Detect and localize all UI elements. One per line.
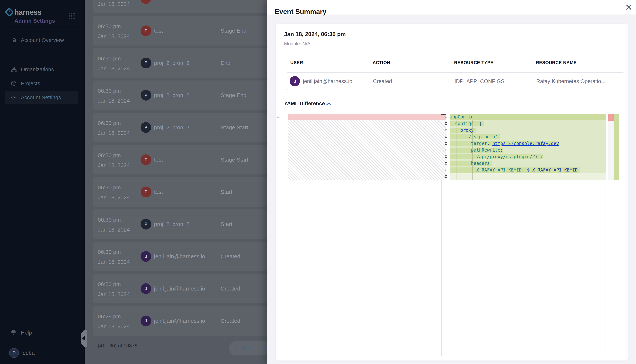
row-avatar: T <box>141 0 151 4</box>
audit-row[interactable]: 06:30 pmJan 18, 2024Pproj_2_cron_2Start <box>93 210 278 239</box>
row-time: 06:30 pm <box>98 152 121 158</box>
diff-line-marker <box>445 116 447 118</box>
row-date: Jan 18, 2024 <box>98 226 130 233</box>
audit-row[interactable]: 06:30 pmJan 18, 2024Pproj_2_cron_2Stage … <box>93 80 278 110</box>
row-date: Jan 18, 2024 <box>98 259 130 265</box>
cell-resource-type: IDP_APP_CONFIGS <box>455 78 505 84</box>
drawer-header: Event Summary <box>267 0 636 15</box>
row-time: 06:30 pm <box>98 281 121 288</box>
prev-page-button[interactable]: ← Prev <box>234 345 251 351</box>
module-subtitle: Admin Settings <box>14 18 55 24</box>
audit-row[interactable]: Jan 18, 2024TtestEnd <box>93 0 278 13</box>
audit-row[interactable]: 06:30 pmJan 18, 2024TtestStart <box>93 177 278 207</box>
row-avatar: J <box>141 283 151 294</box>
diff-line-marker <box>445 129 447 131</box>
drawer-title: Event Summary <box>275 8 326 16</box>
row-action: Start <box>221 221 232 228</box>
sidebar-bottom-divider <box>5 323 78 323</box>
diff-line-marker <box>445 162 447 164</box>
diff-line-marker <box>277 116 279 118</box>
harness-logo-icon <box>5 8 13 16</box>
help-chat-icon: ? <box>11 330 17 336</box>
indent-guide <box>472 120 473 180</box>
row-date: Jan 18, 2024 <box>98 130 130 136</box>
diff-added-line: proxy: <box>450 127 605 134</box>
row-user: jenil.jain@harness.io <box>154 253 205 260</box>
diff-left-ruler-marker <box>441 114 446 115</box>
col-header-resource-type: RESOURCE TYPE <box>454 60 493 65</box>
diff-line-marker <box>445 156 447 158</box>
row-time: 06:30 pm <box>98 23 121 30</box>
sidebar-item-account-settings[interactable]: Account Settings <box>5 91 78 104</box>
row-avatar: T <box>141 186 151 197</box>
diff-empty-region <box>288 120 446 180</box>
row-user: proj_2_cron_2 <box>154 92 189 98</box>
audit-row[interactable]: 06:30 pmJan 18, 2024Pproj_2_cron_2End <box>93 48 278 78</box>
diff-line-marker <box>445 169 447 171</box>
diff-overview-ruler-removed <box>608 114 614 121</box>
user-menu[interactable]: D deba <box>5 347 78 359</box>
audit-row[interactable]: 06:30 pmJan 18, 2024TtestStage Start <box>93 145 278 174</box>
diff-added-line: /api/proxy/rs-plugin/?: / <box>450 154 605 160</box>
diff-added-pane: appConfig: configs: |- proxy: '/rs-plugi… <box>450 114 605 180</box>
diff-overview-ruler-added <box>614 114 619 180</box>
indent-guide <box>467 120 467 180</box>
user-avatar: J <box>290 76 300 86</box>
yaml-difference-label: YAML Difference <box>284 100 325 106</box>
row-time: 06:30 pm <box>98 55 121 62</box>
pagination-range-text: (41 - 60) of 10876 <box>98 343 137 349</box>
audit-row[interactable]: 06:30 pmJan 18, 2024Jjenil.jain@harness.… <box>93 274 278 304</box>
event-table-row: J jenil.jain@harness.io Created IDP_APP_… <box>286 72 624 90</box>
help-button[interactable]: ? Help <box>5 326 78 339</box>
sidebar-item-label: Account Overview <box>21 37 64 43</box>
cell-resource-name: Rafay Kubernetes Operatio... <box>536 78 605 84</box>
row-avatar: T <box>141 26 151 36</box>
audit-row[interactable]: 06:30 pmJan 18, 2024Jjenil.jain@harness.… <box>93 242 278 271</box>
diff-line-marker <box>445 175 447 178</box>
row-time: 06:30 pm <box>98 88 121 94</box>
row-date: Jan 18, 2024 <box>98 162 130 168</box>
home-icon <box>11 37 17 43</box>
row-action: Created <box>221 285 240 292</box>
audit-row[interactable]: 06:30 pmJan 18, 2024Pproj_2_cron_2Stage … <box>93 113 278 142</box>
diff-line-marker <box>445 136 447 138</box>
user-avatar: D <box>9 348 19 358</box>
diff-added-line: headers: <box>450 160 605 167</box>
row-action: Stage End <box>221 92 247 98</box>
row-avatar: J <box>141 316 151 326</box>
sidebar-item-organizations[interactable]: Organizations <box>5 63 78 76</box>
sidebar-divider <box>5 26 78 26</box>
svg-text:?: ? <box>13 330 14 333</box>
row-user: jenil.jain@harness.io <box>154 285 205 292</box>
harness-logo[interactable]: harness <box>5 8 79 17</box>
row-time: 06:29 pm <box>98 313 121 320</box>
sidebar-item-label: Account Settings <box>21 94 61 100</box>
sidebar-item-projects[interactable]: Projects <box>5 77 78 90</box>
diff-scrollbar-track[interactable] <box>608 114 614 180</box>
module-grid-icon[interactable] <box>69 13 75 19</box>
sidebar-item-account-overview[interactable]: Account Overview <box>5 34 78 47</box>
cell-action: Created <box>373 78 392 84</box>
gear-icon <box>11 94 17 100</box>
row-action: Created <box>221 253 240 260</box>
diff-removed-line <box>288 114 446 120</box>
chevron-up-icon[interactable] <box>326 102 332 106</box>
user-name: deba <box>23 350 35 356</box>
audit-log-list-dimmed: Jan 18, 2024TtestEnd06:30 pmJan 18, 2024… <box>85 0 267 364</box>
audit-row[interactable]: 06:30 pmJan 18, 2024TtestStage End <box>93 16 278 46</box>
col-header-resource-name: RESOURCE NAME <box>536 60 577 65</box>
diff-added-line: appConfig: <box>450 114 605 120</box>
close-icon[interactable] <box>624 2 633 12</box>
row-date: Jan 18, 2024 <box>98 98 130 104</box>
help-label: Help <box>21 330 32 336</box>
diff-added-line: '/rs-plugin': <box>450 134 605 140</box>
indent-guide <box>462 120 462 180</box>
sidebar-item-label: Organizations <box>21 66 54 72</box>
row-date: Jan 18, 2024 <box>98 194 130 201</box>
logo-wordmark: harness <box>14 8 41 16</box>
audit-row[interactable]: 06:29 pmJan 18, 2024Jjenil.jain@harness.… <box>93 306 278 336</box>
row-action: Stage Start <box>221 156 248 163</box>
row-user: test <box>154 28 163 34</box>
row-avatar: J <box>141 251 151 262</box>
diff-added-line <box>450 173 605 180</box>
